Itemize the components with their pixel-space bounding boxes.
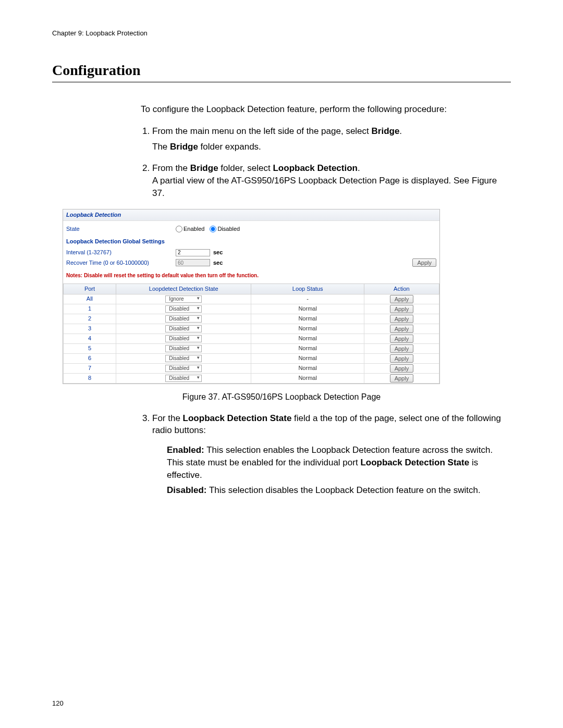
port-cell: 8 bbox=[64, 373, 116, 383]
step-3-bold: Loopback Detection State bbox=[183, 413, 292, 423]
state-select[interactable]: Disabled▼ bbox=[165, 315, 202, 323]
state-select[interactable]: Disabled▼ bbox=[165, 365, 202, 372]
row-apply-button[interactable]: Apply bbox=[390, 305, 414, 313]
action-cell: Apply bbox=[364, 363, 439, 373]
state-select[interactable]: Disabled▼ bbox=[165, 325, 202, 332]
step-2-bold-1: Bridge bbox=[190, 163, 218, 173]
step-1-text-b: . bbox=[399, 126, 402, 136]
port-cell: 4 bbox=[64, 334, 116, 343]
col-loop: Loop Status bbox=[251, 283, 364, 294]
loop-status-cell: Normal bbox=[251, 324, 364, 334]
step-2-line-2: A partial view of the AT-GS950/16PS Loop… bbox=[152, 176, 497, 198]
state-cell: Disabled▼ bbox=[116, 314, 251, 324]
state-select[interactable]: Ignore▼ bbox=[165, 295, 202, 303]
port-cell: 2 bbox=[64, 314, 116, 324]
action-cell: Apply bbox=[364, 353, 439, 363]
port-cell: 1 bbox=[64, 304, 116, 314]
recover-unit: sec bbox=[213, 259, 223, 267]
state-select[interactable]: Disabled▼ bbox=[165, 345, 202, 352]
table-row: 6Disabled▼NormalApply bbox=[64, 353, 439, 363]
chevron-down-icon: ▼ bbox=[196, 306, 200, 312]
action-cell: Apply bbox=[364, 334, 439, 343]
table-row: 4Disabled▼NormalApply bbox=[64, 334, 439, 343]
step-1-sub-a: The bbox=[152, 142, 170, 152]
table-row: 2Disabled▼NormalApply bbox=[64, 314, 439, 324]
option-enabled-inner-bold: Loopback Detection State bbox=[360, 458, 469, 467]
state-radio-disabled[interactable] bbox=[210, 226, 216, 232]
chevron-down-icon: ▼ bbox=[196, 346, 200, 351]
action-cell: Apply bbox=[364, 324, 439, 334]
ports-table: Port Loopdetect Detection State Loop Sta… bbox=[63, 283, 439, 384]
loop-status-cell: - bbox=[251, 294, 364, 304]
port-cell: 6 bbox=[64, 353, 116, 363]
row-apply-button[interactable]: Apply bbox=[390, 335, 414, 343]
figure-caption: Figure 37. AT-GS950/16PS Loopback Detect… bbox=[52, 392, 511, 402]
state-cell: Disabled▼ bbox=[116, 334, 251, 343]
state-radio-disabled-label: Disabled bbox=[217, 225, 240, 233]
chevron-down-icon: ▼ bbox=[196, 326, 200, 331]
option-enabled-label: Enabled: bbox=[167, 445, 204, 455]
row-apply-button[interactable]: Apply bbox=[390, 364, 414, 373]
state-cell: Disabled▼ bbox=[116, 363, 251, 373]
loop-status-cell: Normal bbox=[251, 363, 364, 373]
table-row: 1Disabled▼NormalApply bbox=[64, 304, 439, 314]
step-1-text-a: From the main menu on the left side of t… bbox=[152, 126, 372, 136]
loop-status-cell: Normal bbox=[251, 373, 364, 383]
state-radio-enabled[interactable] bbox=[176, 226, 182, 232]
action-cell: Apply bbox=[364, 294, 439, 304]
state-select[interactable]: Disabled▼ bbox=[165, 355, 202, 362]
step-2-text-a: From the bbox=[152, 163, 190, 173]
step-1-bold: Bridge bbox=[372, 126, 400, 136]
state-select[interactable]: Disabled▼ bbox=[165, 335, 202, 342]
action-cell: Apply bbox=[364, 373, 439, 383]
loop-status-cell: Normal bbox=[251, 304, 364, 314]
state-select[interactable]: Disabled▼ bbox=[165, 305, 202, 313]
step-2-text-b: . bbox=[358, 163, 360, 173]
recover-input[interactable] bbox=[176, 259, 210, 266]
table-row: 3Disabled▼NormalApply bbox=[64, 324, 439, 334]
section-title: Configuration bbox=[52, 62, 511, 79]
row-apply-button[interactable]: Apply bbox=[390, 344, 414, 353]
state-radio-enabled-label: Enabled bbox=[183, 225, 204, 233]
option-disabled: Disabled: This selection disables the Lo… bbox=[167, 484, 511, 497]
state-cell: Disabled▼ bbox=[116, 304, 251, 314]
col-port: Port bbox=[64, 283, 116, 294]
port-cell: 7 bbox=[64, 363, 116, 373]
loopback-detection-panel: Loopback Detection State Enabled Disable… bbox=[63, 209, 440, 384]
loop-status-cell: Normal bbox=[251, 343, 364, 353]
global-apply-button[interactable]: Apply bbox=[412, 258, 436, 267]
state-select[interactable]: Disabled▼ bbox=[165, 375, 202, 382]
action-cell: Apply bbox=[364, 343, 439, 353]
section-rule bbox=[52, 82, 511, 82]
interval-label: Interval (1-32767) bbox=[66, 249, 176, 256]
loop-status-cell: Normal bbox=[251, 314, 364, 324]
step-3: For the Loopback Detection State field a… bbox=[152, 412, 511, 497]
step-1-sub-bold: Bridge bbox=[170, 142, 198, 152]
option-disabled-label: Disabled: bbox=[167, 485, 207, 495]
col-state: Loopdetect Detection State bbox=[116, 283, 251, 294]
table-row: 8Disabled▼NormalApply bbox=[64, 373, 439, 383]
state-cell: Disabled▼ bbox=[116, 353, 251, 363]
state-cell: Disabled▼ bbox=[116, 324, 251, 334]
row-apply-button[interactable]: Apply bbox=[390, 325, 414, 333]
interval-input[interactable] bbox=[176, 249, 210, 256]
step-1: From the main menu on the left side of t… bbox=[152, 125, 511, 153]
state-cell: Ignore▼ bbox=[116, 294, 251, 304]
port-cell: 3 bbox=[64, 324, 116, 334]
port-cell: All bbox=[64, 294, 116, 304]
port-cell: 5 bbox=[64, 343, 116, 353]
row-apply-button[interactable]: Apply bbox=[390, 315, 414, 323]
recover-label: Recover Time (0 or 60-1000000) bbox=[66, 259, 176, 267]
row-apply-button[interactable]: Apply bbox=[390, 354, 414, 363]
action-cell: Apply bbox=[364, 304, 439, 314]
step-2-bold-2: Loopback Detection bbox=[273, 163, 357, 173]
step-3-pre: For the bbox=[152, 413, 183, 423]
row-apply-button[interactable]: Apply bbox=[390, 374, 414, 382]
loop-status-cell: Normal bbox=[251, 353, 364, 363]
state-label: State bbox=[66, 225, 176, 233]
row-apply-button[interactable]: Apply bbox=[390, 295, 414, 303]
action-cell: Apply bbox=[364, 314, 439, 324]
global-settings-heading: Loopback Detection Global Settings bbox=[66, 238, 436, 245]
chevron-down-icon: ▼ bbox=[196, 296, 200, 302]
table-row: AllIgnore▼-Apply bbox=[64, 294, 439, 304]
